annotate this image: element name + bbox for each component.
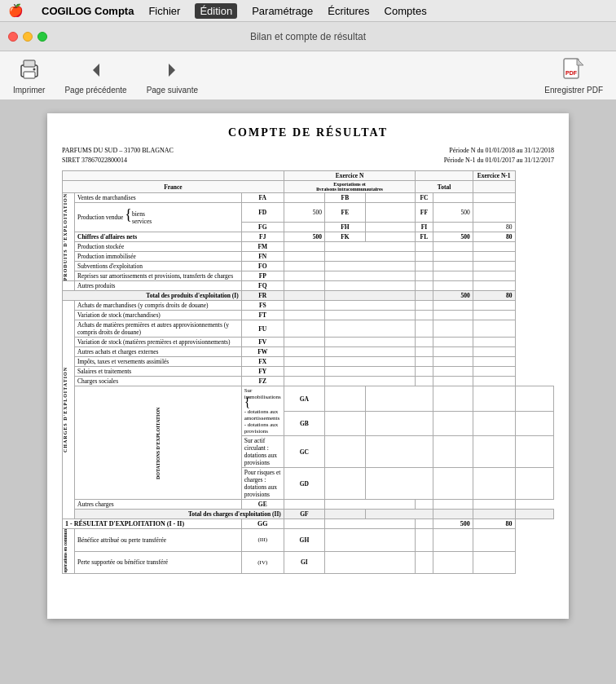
save-pdf-label: Enregistrer PDF (544, 86, 603, 95)
val-fd-france: 500 (284, 203, 324, 223)
val-fg-n1: 80 (473, 223, 515, 232)
svg-text:PDF: PDF (565, 70, 578, 76)
apple-menu[interactable]: 🍎 (8, 3, 24, 18)
code-fj: FJ (241, 232, 284, 242)
code-fm: FM (241, 242, 284, 252)
table-row: Production stockée FM (63, 242, 554, 252)
next-page-button[interactable]: Page suivante (147, 57, 198, 95)
val-gc-total (473, 436, 515, 468)
row-ventes: Ventes de marchandises (75, 193, 242, 203)
menu-comptes[interactable]: Comptes (385, 5, 427, 17)
svg-rect-1 (24, 60, 35, 67)
table-row: DOTATIONS D'EXPLOITATION Sur immobilisat… (63, 386, 554, 412)
code-ft: FT (241, 311, 284, 320)
val-fj-export (365, 232, 415, 242)
code-gd: GD (284, 468, 324, 500)
val-fz-total (433, 377, 473, 386)
close-button[interactable] (8, 32, 18, 42)
val-gb-total (473, 411, 515, 436)
next-label: Page suivante (147, 86, 198, 95)
menu-parametrage[interactable]: Paramétrage (252, 5, 313, 17)
maximize-button[interactable] (37, 32, 47, 42)
window-controls (8, 32, 47, 42)
val-gf-total (473, 510, 515, 519)
val-fy (284, 367, 324, 377)
row-reprises: Reprises sur amortissements et provision… (75, 271, 242, 281)
table-row: Subventions d'exploitation FO (63, 262, 554, 271)
val-gg (284, 519, 324, 529)
subheader-total: Total (416, 181, 473, 193)
row-autres-achats: Autres achats et charges externes (75, 347, 242, 357)
val-ge-n1 (473, 500, 515, 510)
svg-point-3 (33, 68, 35, 70)
val-gi-total (433, 551, 473, 573)
val-ft (284, 311, 324, 320)
code-fv: FV (241, 338, 284, 347)
val-fz-n1 (473, 377, 515, 386)
val-fg-total (433, 223, 473, 232)
val-fo-n1 (473, 262, 515, 271)
val-fd-n1 (473, 203, 515, 223)
row-sur-immo: Sur immobilisations { - dotations aux am… (241, 386, 284, 436)
code-fg: FG (241, 223, 284, 232)
val-fg-france (284, 223, 324, 232)
doc-title: COMPTE DE RÉSULTAT (62, 126, 554, 139)
resultat-label: 1 - RÉSULTAT D'EXPLOITATION (I - II) (63, 519, 242, 529)
val-fz (284, 377, 324, 386)
val-fd-total: 500 (433, 203, 473, 223)
menu-fichier[interactable]: Fichier (148, 5, 180, 17)
code-fu: FU (241, 320, 284, 338)
code-fb: FB (324, 193, 365, 203)
val-fj-total: 500 (433, 232, 473, 242)
val-fr-france (284, 291, 324, 301)
code-fw: FW (241, 347, 284, 357)
code-fl: FL (416, 232, 433, 242)
code-fx: FX (241, 357, 284, 367)
print-button[interactable]: Imprimer (13, 57, 45, 95)
row-sur-actif: Sur actif circulant : dotations aux prov… (241, 436, 284, 468)
val-ft-n1 (473, 311, 515, 320)
table-row: Autres produits FQ (63, 281, 554, 291)
code-ge: GE (241, 500, 284, 510)
table-row: Impôts, taxes et versements assimilés FX (63, 357, 554, 367)
val-fj-n1: 80 (473, 232, 515, 242)
val-fx (284, 357, 324, 367)
table-row: Reprises sur amortissements et provision… (63, 271, 554, 281)
val-fr-total: 500 (433, 291, 473, 301)
next-icon (159, 57, 185, 83)
section-produits: PRODUITS D'EXPLOITATION (63, 193, 74, 280)
val-fq (284, 281, 324, 291)
menu-ecritures[interactable]: Écritures (328, 5, 369, 17)
val-gb (324, 411, 365, 436)
document: COMPTE DE RÉSULTAT PARFUMS DU SUD – 3170… (47, 113, 569, 619)
minimize-button[interactable] (23, 32, 33, 42)
code-ga: GA (284, 386, 324, 412)
prev-page-button[interactable]: Page précédente (64, 57, 126, 95)
val-gc-n1 (515, 436, 553, 468)
val-fd-export (365, 203, 415, 223)
val-fu (284, 320, 324, 338)
menu-edition[interactable]: Édition (195, 3, 237, 19)
val-gb-n1 (515, 411, 553, 436)
val-fm-total (433, 242, 473, 252)
table-row: Achats de matières premières et autres a… (63, 320, 554, 338)
table-row: Production immobilisée FN (63, 252, 554, 262)
period-n: Période N du 01/01/2018 au 31/12/2018 (444, 146, 554, 156)
table-row: Variation de stock (marchandises) FT (63, 311, 554, 320)
total-charges-row: Total des charges d'exploitation (II) GF (63, 510, 554, 519)
val-fr-n1: 80 (473, 291, 515, 301)
table-row: Production vendue {biensservices FD 500 … (63, 203, 554, 223)
val-fs-total (433, 301, 473, 311)
val-fv-n1 (473, 338, 515, 347)
row-impots: Impôts, taxes et versements assimilés (75, 357, 242, 367)
val-fn-n1 (473, 252, 515, 262)
total-produits-row: Total des produits d'exploitation (I) FR… (63, 291, 554, 301)
save-pdf-button[interactable]: PDF Enregistrer PDF (544, 57, 603, 95)
window-title: Bilan et compte de résultat (250, 31, 366, 42)
row-perte-supportee: Perte supportée ou bénéfice transféré (75, 551, 242, 573)
row-pour-risques: Pour risques et charges : dotations aux … (241, 468, 284, 500)
val-ge (284, 500, 324, 510)
val-ge-total (433, 500, 473, 510)
code-fy: FY (241, 367, 284, 377)
val-fn-total (433, 252, 473, 262)
